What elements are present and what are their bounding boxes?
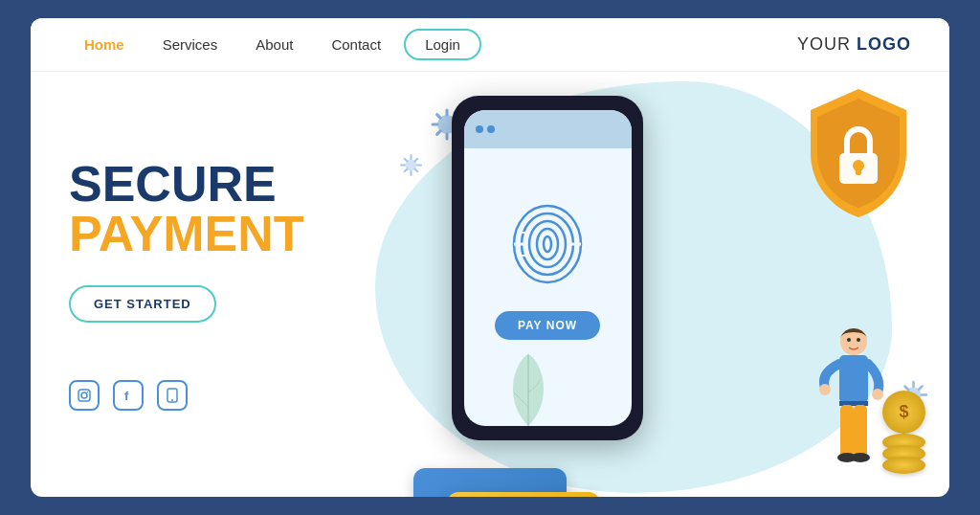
nav-services[interactable]: Services — [147, 29, 234, 60]
nav-links: Home Services About Contact Login — [69, 29, 481, 60]
navbar: Home Services About Contact Login YOUR L… — [31, 18, 949, 72]
get-started-button[interactable]: GET STARTED — [69, 285, 216, 323]
shield-icon — [796, 81, 921, 229]
svg-point-30 — [857, 338, 860, 342]
hero-title: SECURE PAYMENT — [69, 159, 318, 258]
svg-rect-25 — [840, 405, 854, 458]
svg-rect-26 — [854, 405, 867, 458]
svg-point-2 — [87, 391, 89, 392]
login-button[interactable]: Login — [404, 29, 481, 60]
hero-left: SECURE PAYMENT GET STARTED f — [31, 72, 356, 497]
svg-point-29 — [847, 338, 851, 342]
facebook-icon[interactable]: f — [113, 380, 144, 411]
svg-rect-0 — [78, 390, 90, 401]
nav-about[interactable]: About — [240, 29, 308, 60]
card-yellow — [447, 492, 600, 497]
svg-point-12 — [544, 236, 551, 252]
svg-text:f: f — [124, 389, 129, 403]
svg-point-11 — [537, 229, 558, 259]
svg-point-22 — [819, 384, 831, 395]
svg-rect-19 — [856, 166, 861, 175]
nav-home[interactable]: Home — [69, 29, 140, 60]
svg-point-5 — [171, 399, 173, 401]
nav-contact[interactable]: Contact — [316, 29, 396, 60]
page-wrapper: Home Services About Contact Login YOUR L… — [31, 18, 949, 497]
instagram-icon[interactable] — [69, 380, 100, 411]
person-illustration — [815, 321, 892, 478]
leaf-decoration — [500, 349, 557, 430]
main-content: SECURE PAYMENT GET STARTED f — [31, 72, 949, 497]
site-logo: YOUR LOGO — [797, 34, 911, 55]
hero-illustration: PAY NOW — [356, 72, 949, 497]
social-icons: f — [69, 380, 318, 411]
svg-point-8 — [514, 206, 581, 282]
mobile-icon[interactable] — [157, 380, 188, 411]
fingerprint-icon — [500, 196, 595, 292]
screen-top-bar — [464, 110, 632, 148]
gear-left-icon — [394, 148, 428, 186]
svg-point-23 — [872, 389, 883, 400]
svg-point-28 — [851, 453, 870, 462]
pay-now-button[interactable]: PAY NOW — [495, 311, 600, 340]
svg-point-1 — [81, 392, 87, 398]
